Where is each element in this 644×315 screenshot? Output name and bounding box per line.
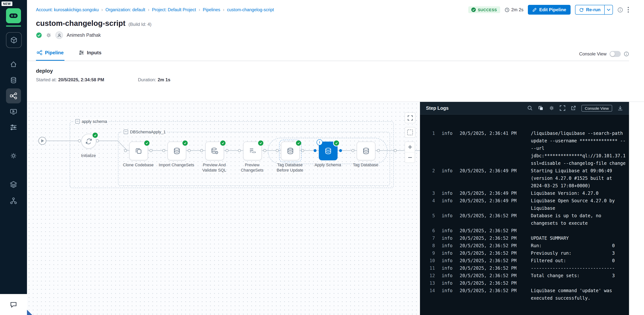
node-tag-database[interactable] (357, 142, 376, 160)
log-time: 20/5/2025, 2:36:52 PM (460, 257, 518, 264)
log-time: 20/5/2025, 2:36:52 PM (460, 242, 518, 250)
step-group-label[interactable]: DBSchemaApply_1 (122, 130, 167, 134)
organization-icon[interactable] (6, 193, 21, 208)
stage-duration: Duration:2m 1s (138, 77, 170, 82)
log-line-number: 11 (426, 264, 435, 272)
tab-inputs[interactable]: Inputs (78, 50, 102, 61)
log-time: 20/5/2025, 2:36:49 PM (460, 190, 518, 197)
log-row: 2 info 20/5/2025, 2:36:49 PM Starting Li… (426, 167, 623, 190)
gear-icon[interactable] (6, 148, 21, 163)
new-badge: NEW (2, 2, 12, 6)
layers-icon[interactable] (6, 177, 21, 192)
rerun-dropdown[interactable] (604, 5, 612, 14)
top-actions: SUCCESS 2m 2s Edit Pipeline Re-run (468, 5, 629, 14)
logo-divider (6, 26, 21, 26)
app-logo[interactable] (6, 8, 21, 23)
tab-pipeline[interactable]: Pipeline (36, 50, 64, 61)
log-line-number: 9 (426, 250, 435, 257)
console-view-toggle[interactable] (610, 51, 621, 57)
search-icon[interactable] (527, 105, 533, 111)
node-apply-schema[interactable]: i (319, 142, 338, 160)
breadcrumb-pipelines[interactable]: Pipelines (203, 8, 220, 12)
log-message: Filtered out: 0 (531, 257, 625, 264)
log-message: UPDATE SUMMARY (531, 234, 625, 242)
stage-started: Started at:20/5/2025, 2:34:58 PM (36, 77, 104, 82)
filters-icon[interactable] (6, 120, 21, 135)
gear-icon[interactable] (46, 32, 52, 38)
node-label: Preview And Validate SQL (196, 162, 232, 173)
breadcrumb-pipeline-name[interactable]: custom-changelog-script (227, 8, 274, 12)
gear-icon[interactable] (549, 105, 554, 111)
edit-pipeline-button[interactable]: Edit Pipeline (528, 5, 571, 14)
download-icon[interactable] (618, 105, 623, 111)
info-icon[interactable] (618, 7, 623, 12)
meta-row: Animesh Pathak (27, 28, 644, 39)
breadcrumb-organization[interactable]: Organization: default (106, 8, 145, 12)
database-icon[interactable] (6, 73, 21, 88)
breadcrumb-project[interactable]: Project: Default Project (152, 8, 196, 12)
expand-icon[interactable] (404, 112, 416, 123)
node-clone-codebase[interactable] (129, 142, 148, 160)
zoom-out-icon[interactable] (405, 152, 415, 162)
success-check-icon (220, 140, 226, 146)
executions-icon[interactable] (6, 104, 21, 119)
rerun-button[interactable]: Re-run (575, 5, 613, 14)
log-time: 20/5/2025, 2:36:41 PM (460, 130, 518, 167)
module-picker-icon[interactable] (6, 32, 22, 48)
log-row: 10 info 20/5/2025, 2:36:52 PM Filtered o… (426, 257, 623, 264)
home-icon[interactable] (6, 57, 21, 72)
page-title: custom-changelog-script (36, 19, 126, 28)
log-row: 12 info 20/5/2025, 2:36:52 PM Total chan… (426, 272, 623, 280)
title-row: custom-changelog-script (Build Id: 4) (27, 14, 644, 28)
log-time: 20/5/2025, 2:36:49 PM (460, 197, 518, 212)
node-tag-database-before-update[interactable] (281, 142, 300, 160)
fullscreen-icon[interactable] (560, 105, 565, 111)
collapse-icon[interactable] (75, 119, 80, 124)
step-logs-title: Step Logs (426, 106, 449, 111)
chat-icon[interactable] (10, 301, 17, 308)
log-row: 3 info 20/5/2025, 2:36:49 PM Liquibase V… (426, 190, 623, 197)
log-line-number: 14 (426, 287, 435, 302)
kebab-menu-icon[interactable] (628, 7, 629, 13)
collapse-icon[interactable] (124, 130, 128, 134)
pipeline-canvas[interactable]: apply schema DBSchemaApply_1 (27, 102, 420, 315)
zoom-in-icon[interactable] (405, 142, 415, 152)
log-lines[interactable]: 1 info 20/5/2025, 2:36:41 PM /liquibase/… (420, 114, 629, 315)
success-check-icon (182, 140, 188, 146)
console-view-control: Console View (579, 51, 629, 61)
author-name: Animesh Pathak (67, 32, 101, 38)
marquee-select-icon[interactable] (404, 127, 416, 138)
node-preview-validate-sql[interactable] (205, 142, 224, 160)
log-line-number: 7 (426, 234, 435, 242)
canvas-corner-widget[interactable] (27, 310, 32, 315)
log-level: info (442, 234, 454, 242)
node-label: Clone Codebase (120, 162, 156, 168)
status-badge: SUCCESS (468, 6, 500, 13)
log-line-number: 4 (426, 197, 435, 212)
log-level: info (442, 212, 454, 227)
log-time: 20/5/2025, 2:36:52 PM (460, 227, 518, 234)
log-level: info (442, 287, 454, 302)
success-check-icon (144, 140, 150, 146)
node-initialize[interactable] (81, 134, 96, 149)
console-view-button[interactable]: Console View (582, 105, 612, 112)
app-root: NEW (0, 0, 644, 315)
copy-icon[interactable] (538, 105, 544, 111)
log-time: 20/5/2025, 2:36:52 PM (460, 234, 518, 242)
node-preview-changesets[interactable] (243, 142, 262, 160)
stage-group-label[interactable]: apply schema (74, 119, 108, 124)
refresh-icon (580, 8, 584, 12)
chevron-right-icon: › (148, 7, 149, 12)
log-level: info (442, 280, 454, 287)
log-message (531, 227, 625, 234)
external-link-icon[interactable] (570, 105, 576, 111)
info-icon[interactable] (624, 51, 629, 56)
node-import-changesets[interactable] (168, 142, 186, 160)
node-label: Tag Database Before Update (272, 162, 308, 173)
log-message (531, 280, 625, 287)
breadcrumb-account[interactable]: Account: kurosakiichigo.songoku (36, 8, 99, 12)
pipelines-icon[interactable] (6, 88, 21, 104)
log-line-number: 1 (426, 130, 435, 167)
total-duration-text: 2m 2s (511, 7, 523, 12)
sidebar: NEW (0, 0, 27, 315)
